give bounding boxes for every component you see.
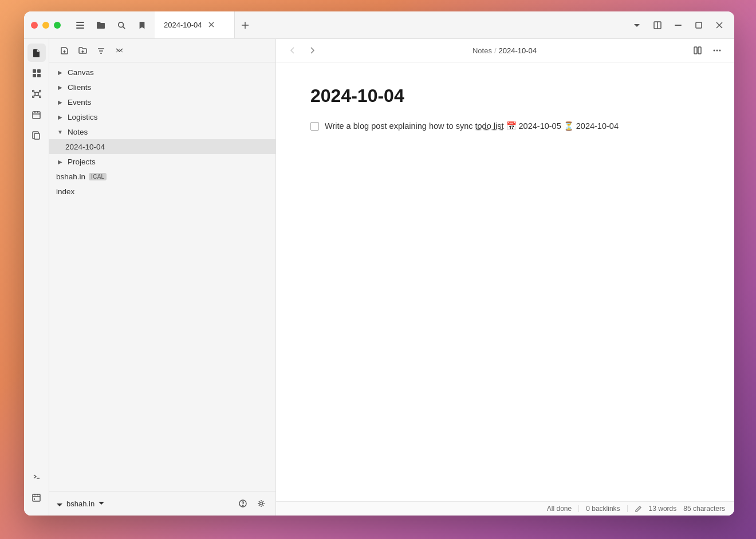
files-activity-icon[interactable]	[27, 44, 46, 62]
svg-point-23	[39, 96, 41, 98]
search-icon[interactable]	[113, 17, 129, 33]
svg-rect-18	[37, 74, 41, 77]
svg-point-52	[716, 50, 718, 52]
todo-prefix-text: Write a blog post explaining how to sync	[325, 121, 475, 131]
grid-activity-icon[interactable]	[27, 64, 46, 82]
user-button[interactable]: bshah.in	[56, 499, 105, 508]
svg-rect-1	[76, 25, 84, 26]
events-label: Events	[68, 98, 91, 107]
svg-rect-0	[76, 22, 84, 23]
tree-item-events[interactable]: ▶ Events	[49, 95, 275, 109]
all-done-status: All done	[547, 505, 572, 513]
new-note-button[interactable]	[56, 42, 72, 58]
svg-point-47	[242, 505, 243, 506]
active-tab[interactable]: 2024-10-04	[155, 11, 235, 38]
svg-line-27	[38, 95, 40, 96]
tree-item-index[interactable]: index	[49, 184, 275, 199]
characters-status: 85 characters	[683, 505, 725, 513]
breadcrumb-current: 2024-10-04	[499, 46, 537, 55]
svg-rect-50	[698, 47, 701, 54]
help-button[interactable]	[235, 496, 250, 511]
window-close-button[interactable]	[711, 17, 727, 33]
tree-item-bshah-in[interactable]: bshah.in ICAL	[49, 169, 275, 184]
sidebar-tree: ▶ Canvas ▶ Clients ▶ Events ▶ Logistics	[49, 62, 275, 491]
chevron-logistics-icon: ▶	[56, 113, 64, 121]
tree-item-2024-10-04[interactable]: 2024-10-04	[49, 139, 275, 154]
todo-date1: 2024-10-05	[519, 121, 561, 131]
file-browser-icon[interactable]	[93, 17, 109, 33]
chevron-projects-icon: ▶	[56, 158, 64, 166]
new-tab-button[interactable]	[237, 17, 253, 33]
breadcrumb: Notes / 2024-10-04	[324, 46, 685, 55]
editor-content: 2024-10-04 Write a blog post explaining …	[276, 62, 734, 501]
new-folder-button[interactable]	[74, 42, 90, 58]
sidebar-toggle-icon[interactable]	[72, 17, 88, 33]
title-bar: 2024-10-04	[24, 11, 734, 39]
ical-badge: ICAL	[89, 173, 107, 180]
status-divider-1	[578, 505, 579, 512]
svg-rect-12	[696, 22, 702, 28]
svg-point-19	[35, 92, 38, 96]
sidebar-controls	[68, 17, 155, 33]
edit-icon-status	[635, 505, 642, 513]
svg-line-25	[38, 92, 40, 93]
calendar2-activity-icon[interactable]	[27, 488, 46, 506]
svg-line-4	[123, 26, 125, 29]
todo-text: Write a blog post explaining how to sync…	[325, 120, 619, 133]
projects-label: Projects	[68, 158, 96, 166]
tab-list-button[interactable]	[629, 17, 645, 33]
tree-item-projects[interactable]: ▶ Projects	[49, 154, 275, 169]
window-maximize-button[interactable]	[691, 17, 707, 33]
split-view-button[interactable]	[649, 17, 666, 33]
activity-bottom	[27, 467, 46, 511]
forward-button[interactable]	[305, 43, 320, 58]
svg-line-26	[34, 95, 35, 96]
chevron-events-icon: ▶	[56, 98, 64, 106]
sort-button[interactable]	[93, 42, 109, 58]
more-options-button[interactable]	[709, 42, 725, 58]
terminal-activity-icon[interactable]	[27, 467, 46, 486]
status-divider-2	[627, 505, 628, 512]
close-button[interactable]	[31, 22, 38, 29]
svg-point-53	[719, 50, 721, 52]
all-done-text: All done	[547, 505, 572, 513]
tree-item-notes[interactable]: ▼ Notes	[49, 124, 275, 139]
window-minimize-button[interactable]	[670, 17, 686, 33]
minimize-button[interactable]	[42, 22, 49, 29]
svg-point-48	[260, 502, 263, 505]
settings-button[interactable]	[254, 496, 269, 511]
notes-label: Notes	[68, 128, 88, 136]
svg-rect-17	[33, 74, 36, 77]
reader-view-button[interactable]	[690, 42, 706, 58]
svg-point-51	[714, 50, 715, 52]
connections-activity-icon[interactable]	[27, 85, 46, 103]
canvas-label: Canvas	[68, 68, 94, 77]
username-label: bshah.in	[66, 499, 94, 508]
calendar-activity-icon[interactable]	[27, 105, 46, 124]
note-title: 2024-10-04	[310, 85, 700, 107]
window-controls	[24, 22, 68, 29]
svg-point-20	[32, 91, 34, 92]
activity-bar	[24, 39, 49, 516]
back-button[interactable]	[285, 43, 300, 58]
sidebar: ▶ Canvas ▶ Clients ▶ Events ▶ Logistics	[49, 39, 276, 516]
copy-activity-icon[interactable]	[27, 126, 46, 144]
bookmark-icon[interactable]	[134, 17, 150, 33]
maximize-button[interactable]	[54, 22, 61, 29]
breadcrumb-parent[interactable]: Notes	[472, 46, 492, 55]
tree-item-logistics[interactable]: ▶ Logistics	[49, 109, 275, 124]
sidebar-toolbar	[49, 39, 275, 62]
collapse-all-button[interactable]	[111, 42, 127, 58]
app-window: 2024-10-04	[24, 11, 734, 516]
todo-checkbox[interactable]	[310, 122, 319, 131]
tree-item-canvas[interactable]: ▶ Canvas	[49, 65, 275, 80]
todo-emoji2: ⏳	[561, 121, 576, 131]
tab-label: 2024-10-04	[164, 21, 202, 29]
tree-item-clients[interactable]: ▶ Clients	[49, 80, 275, 95]
backlinks-status[interactable]: 0 backlinks	[586, 505, 620, 513]
todo-item: Write a blog post explaining how to sync…	[310, 120, 700, 133]
backlinks-text: 0 backlinks	[586, 505, 620, 513]
editor-area: Notes / 2024-10-04	[276, 39, 734, 516]
svg-point-3	[119, 22, 124, 27]
tab-close-button[interactable]	[207, 20, 216, 29]
